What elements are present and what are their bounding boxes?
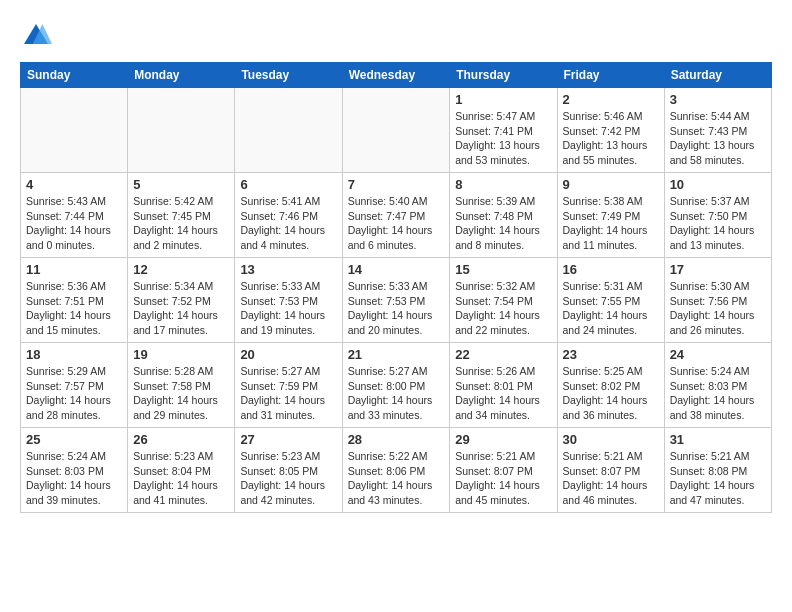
day-info: Sunrise: 5:46 AMSunset: 7:42 PMDaylight:… [563,109,659,168]
day-info: Sunrise: 5:44 AMSunset: 7:43 PMDaylight:… [670,109,766,168]
calendar-day-header: Sunday [21,63,128,88]
calendar-table: SundayMondayTuesdayWednesdayThursdayFrid… [20,62,772,513]
day-number: 20 [240,347,336,362]
calendar-day-header: Monday [128,63,235,88]
day-number: 1 [455,92,551,107]
calendar-day-cell: 15Sunrise: 5:32 AMSunset: 7:54 PMDayligh… [450,258,557,343]
day-number: 7 [348,177,445,192]
calendar-day-cell: 26Sunrise: 5:23 AMSunset: 8:04 PMDayligh… [128,428,235,513]
day-info: Sunrise: 5:47 AMSunset: 7:41 PMDaylight:… [455,109,551,168]
day-info: Sunrise: 5:21 AMSunset: 8:07 PMDaylight:… [563,449,659,508]
day-info: Sunrise: 5:38 AMSunset: 7:49 PMDaylight:… [563,194,659,253]
calendar-day-cell: 7Sunrise: 5:40 AMSunset: 7:47 PMDaylight… [342,173,450,258]
calendar-day-cell: 12Sunrise: 5:34 AMSunset: 7:52 PMDayligh… [128,258,235,343]
day-info: Sunrise: 5:33 AMSunset: 7:53 PMDaylight:… [240,279,336,338]
day-number: 23 [563,347,659,362]
day-number: 13 [240,262,336,277]
calendar-day-cell: 4Sunrise: 5:43 AMSunset: 7:44 PMDaylight… [21,173,128,258]
day-info: Sunrise: 5:42 AMSunset: 7:45 PMDaylight:… [133,194,229,253]
page-header [20,20,772,52]
calendar-day-cell: 23Sunrise: 5:25 AMSunset: 8:02 PMDayligh… [557,343,664,428]
calendar-day-cell: 19Sunrise: 5:28 AMSunset: 7:58 PMDayligh… [128,343,235,428]
calendar-day-cell: 27Sunrise: 5:23 AMSunset: 8:05 PMDayligh… [235,428,342,513]
calendar-day-cell: 24Sunrise: 5:24 AMSunset: 8:03 PMDayligh… [664,343,771,428]
day-info: Sunrise: 5:41 AMSunset: 7:46 PMDaylight:… [240,194,336,253]
calendar-day-cell: 20Sunrise: 5:27 AMSunset: 7:59 PMDayligh… [235,343,342,428]
calendar-day-header: Friday [557,63,664,88]
day-info: Sunrise: 5:21 AMSunset: 8:07 PMDaylight:… [455,449,551,508]
calendar-day-cell: 6Sunrise: 5:41 AMSunset: 7:46 PMDaylight… [235,173,342,258]
calendar-week-row: 25Sunrise: 5:24 AMSunset: 8:03 PMDayligh… [21,428,772,513]
calendar-day-header: Saturday [664,63,771,88]
day-info: Sunrise: 5:26 AMSunset: 8:01 PMDaylight:… [455,364,551,423]
calendar-day-cell: 22Sunrise: 5:26 AMSunset: 8:01 PMDayligh… [450,343,557,428]
day-number: 12 [133,262,229,277]
day-number: 17 [670,262,766,277]
day-info: Sunrise: 5:31 AMSunset: 7:55 PMDaylight:… [563,279,659,338]
day-number: 19 [133,347,229,362]
calendar-day-cell: 16Sunrise: 5:31 AMSunset: 7:55 PMDayligh… [557,258,664,343]
day-info: Sunrise: 5:22 AMSunset: 8:06 PMDaylight:… [348,449,445,508]
day-info: Sunrise: 5:36 AMSunset: 7:51 PMDaylight:… [26,279,122,338]
day-number: 2 [563,92,659,107]
day-info: Sunrise: 5:34 AMSunset: 7:52 PMDaylight:… [133,279,229,338]
day-info: Sunrise: 5:39 AMSunset: 7:48 PMDaylight:… [455,194,551,253]
day-number: 4 [26,177,122,192]
calendar-week-row: 11Sunrise: 5:36 AMSunset: 7:51 PMDayligh… [21,258,772,343]
calendar-day-cell [21,88,128,173]
calendar-day-cell: 28Sunrise: 5:22 AMSunset: 8:06 PMDayligh… [342,428,450,513]
calendar-day-cell: 3Sunrise: 5:44 AMSunset: 7:43 PMDaylight… [664,88,771,173]
day-info: Sunrise: 5:28 AMSunset: 7:58 PMDaylight:… [133,364,229,423]
calendar-week-row: 18Sunrise: 5:29 AMSunset: 7:57 PMDayligh… [21,343,772,428]
day-number: 5 [133,177,229,192]
calendar-day-cell [235,88,342,173]
day-number: 11 [26,262,122,277]
day-number: 8 [455,177,551,192]
day-info: Sunrise: 5:23 AMSunset: 8:04 PMDaylight:… [133,449,229,508]
day-number: 31 [670,432,766,447]
day-number: 18 [26,347,122,362]
day-number: 24 [670,347,766,362]
calendar-day-header: Wednesday [342,63,450,88]
day-info: Sunrise: 5:29 AMSunset: 7:57 PMDaylight:… [26,364,122,423]
calendar-week-row: 1Sunrise: 5:47 AMSunset: 7:41 PMDaylight… [21,88,772,173]
calendar-day-cell: 10Sunrise: 5:37 AMSunset: 7:50 PMDayligh… [664,173,771,258]
calendar-day-cell: 9Sunrise: 5:38 AMSunset: 7:49 PMDaylight… [557,173,664,258]
day-info: Sunrise: 5:40 AMSunset: 7:47 PMDaylight:… [348,194,445,253]
calendar-week-row: 4Sunrise: 5:43 AMSunset: 7:44 PMDaylight… [21,173,772,258]
day-info: Sunrise: 5:37 AMSunset: 7:50 PMDaylight:… [670,194,766,253]
calendar-day-cell: 1Sunrise: 5:47 AMSunset: 7:41 PMDaylight… [450,88,557,173]
day-info: Sunrise: 5:24 AMSunset: 8:03 PMDaylight:… [26,449,122,508]
calendar-day-cell: 17Sunrise: 5:30 AMSunset: 7:56 PMDayligh… [664,258,771,343]
calendar-day-cell: 29Sunrise: 5:21 AMSunset: 8:07 PMDayligh… [450,428,557,513]
calendar-day-cell [342,88,450,173]
calendar-day-cell: 25Sunrise: 5:24 AMSunset: 8:03 PMDayligh… [21,428,128,513]
day-number: 10 [670,177,766,192]
calendar-day-header: Tuesday [235,63,342,88]
day-info: Sunrise: 5:25 AMSunset: 8:02 PMDaylight:… [563,364,659,423]
day-info: Sunrise: 5:27 AMSunset: 7:59 PMDaylight:… [240,364,336,423]
day-info: Sunrise: 5:30 AMSunset: 7:56 PMDaylight:… [670,279,766,338]
logo-icon [20,20,52,52]
day-info: Sunrise: 5:27 AMSunset: 8:00 PMDaylight:… [348,364,445,423]
day-number: 29 [455,432,551,447]
calendar-header-row: SundayMondayTuesdayWednesdayThursdayFrid… [21,63,772,88]
day-info: Sunrise: 5:21 AMSunset: 8:08 PMDaylight:… [670,449,766,508]
day-info: Sunrise: 5:23 AMSunset: 8:05 PMDaylight:… [240,449,336,508]
calendar-day-cell: 11Sunrise: 5:36 AMSunset: 7:51 PMDayligh… [21,258,128,343]
logo [20,20,58,52]
calendar-day-cell: 2Sunrise: 5:46 AMSunset: 7:42 PMDaylight… [557,88,664,173]
day-number: 28 [348,432,445,447]
day-number: 6 [240,177,336,192]
day-number: 25 [26,432,122,447]
calendar-day-cell: 30Sunrise: 5:21 AMSunset: 8:07 PMDayligh… [557,428,664,513]
day-number: 26 [133,432,229,447]
day-number: 21 [348,347,445,362]
calendar-day-cell: 14Sunrise: 5:33 AMSunset: 7:53 PMDayligh… [342,258,450,343]
calendar-day-cell: 5Sunrise: 5:42 AMSunset: 7:45 PMDaylight… [128,173,235,258]
day-info: Sunrise: 5:33 AMSunset: 7:53 PMDaylight:… [348,279,445,338]
calendar-day-cell: 8Sunrise: 5:39 AMSunset: 7:48 PMDaylight… [450,173,557,258]
day-number: 30 [563,432,659,447]
day-number: 3 [670,92,766,107]
day-number: 27 [240,432,336,447]
